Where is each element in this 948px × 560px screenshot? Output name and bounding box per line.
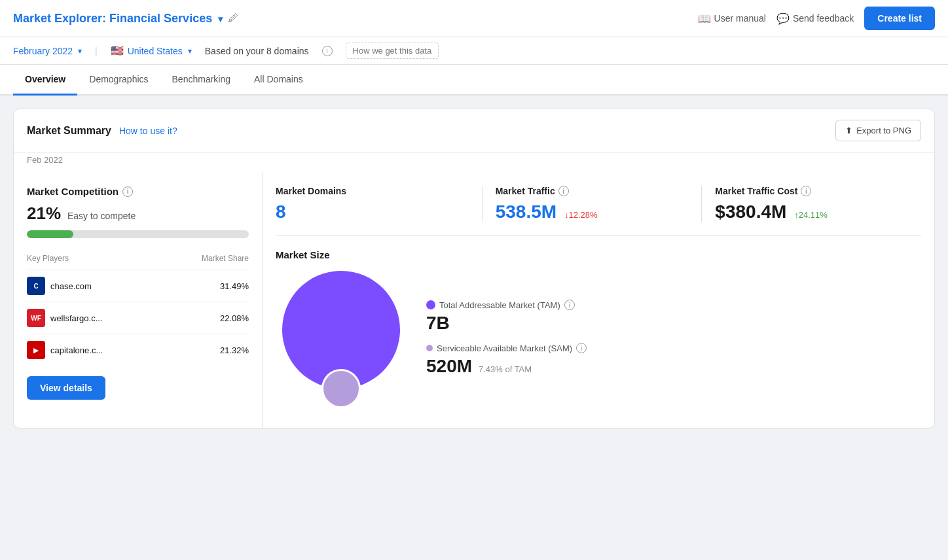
view-details-button[interactable]: View details (27, 376, 105, 400)
metric-market-traffic: Market Traffic i 538.5M ↓12.28% (483, 186, 702, 222)
tam-row: Total Addressable Market (TAM) i 7B (426, 300, 587, 334)
top-bar-right: 📖 User manual 💬 Send feedback Create lis… (698, 7, 935, 30)
export-label: Export to PNG (856, 126, 911, 135)
domains-label: Based on your 8 domains (205, 46, 309, 56)
tam-dot (426, 300, 435, 309)
sub-bar: February 2022 ▾ | 🇺🇸 United States ▾ Bas… (0, 37, 948, 65)
country-label: United States (128, 46, 183, 56)
title-dropdown-chevron[interactable]: ▾ (218, 14, 223, 24)
sam-value-row: 520M 7.43% of TAM (426, 356, 587, 377)
metric-traffic-value-row: 538.5M ↓12.28% (496, 201, 689, 222)
bubble-small (321, 369, 361, 408)
player-share: 31.49% (164, 270, 249, 302)
competition-percentage: 21% (27, 203, 61, 223)
book-icon: 📖 (698, 12, 711, 25)
market-size-section: Market Size Total Address (276, 249, 921, 415)
metrics-row: Market Domains 8 Market Traffic i 538.5M (276, 186, 921, 236)
card-header-left: Market Summary How to use it? (27, 125, 177, 137)
chat-icon: 💬 (776, 12, 790, 25)
player-logo: C (27, 277, 45, 295)
market-summary-title: Market Summary (27, 125, 111, 137)
country-flag: 🇺🇸 (111, 44, 124, 57)
sam-dot (426, 345, 433, 351)
bubble-chart (276, 271, 407, 415)
user-manual-link[interactable]: 📖 User manual (698, 12, 766, 25)
card-header: Market Summary How to use it? ⬆ Export t… (14, 109, 934, 152)
export-button[interactable]: ⬆ Export to PNG (835, 120, 921, 141)
how-to-use-link[interactable]: How to use it? (119, 126, 177, 136)
country-selector[interactable]: 🇺🇸 United States ▾ (111, 44, 192, 57)
main-content: Market Summary How to use it? ⬆ Export t… (0, 96, 948, 442)
tab-benchmarking[interactable]: Benchmarking (160, 65, 243, 96)
tam-label: Total Addressable Market (TAM) i (426, 300, 587, 310)
date-label: February 2022 (13, 46, 73, 56)
domains-info-icon[interactable]: i (322, 46, 333, 56)
date-selector[interactable]: February 2022 ▾ (13, 46, 82, 56)
col-key-players: Key Players (27, 251, 164, 270)
title-highlight: Financial Services (109, 12, 212, 25)
market-size-content: Total Addressable Market (TAM) i 7B Serv… (276, 271, 921, 415)
metric-domains-value: 8 (276, 201, 469, 222)
market-summary-card: Market Summary How to use it? ⬆ Export t… (13, 109, 935, 429)
sam-sub: 7.43% of TAM (479, 364, 532, 374)
progress-bar-fill (27, 230, 73, 238)
player-name-cell: ▶ capitalone.c... (27, 334, 164, 366)
country-chevron: ▾ (188, 46, 192, 56)
send-feedback-link[interactable]: 💬 Send feedback (776, 12, 854, 25)
sam-info-icon[interactable]: i (576, 343, 587, 353)
tab-all-domains[interactable]: All Domains (242, 65, 315, 96)
traffic-change: ↓12.28% (564, 210, 598, 220)
send-feedback-label: Send feedback (793, 13, 854, 24)
top-bar-left: Market Explorer: Financial Services ▾ 🖉 (13, 12, 238, 26)
player-share: 22.08% (164, 302, 249, 334)
player-logo: WF (27, 309, 45, 327)
user-manual-label: User manual (714, 13, 766, 24)
player-name: capitalone.c... (50, 345, 103, 355)
separator-1: | (95, 46, 98, 56)
metric-market-domains: Market Domains 8 (276, 186, 483, 222)
competition-progress-bar (27, 230, 249, 238)
table-row: WF wellsfargo.c... 22.08% (27, 302, 249, 334)
player-name: wellsfargo.c... (50, 313, 102, 323)
metric-cost-label: Market Traffic Cost i (715, 186, 908, 196)
table-row: ▶ capitalone.c... 21.32% (27, 334, 249, 366)
card-body: Market Competition i 21% Easy to compete… (14, 173, 934, 428)
cost-info-icon[interactable]: i (801, 186, 811, 196)
competition-info-icon[interactable]: i (122, 186, 133, 197)
right-panel: Market Domains 8 Market Traffic i 538.5M (263, 173, 934, 428)
market-competition-title-text: Market Competition (27, 186, 119, 197)
table-row: C chase.com 31.49% (27, 270, 249, 302)
competition-label: Easy to compete (67, 211, 136, 221)
metric-traffic-cost: Market Traffic Cost i $380.4M ↑24.11% (702, 186, 921, 222)
traffic-info-icon[interactable]: i (558, 186, 569, 196)
metric-traffic-label: Market Traffic i (496, 186, 689, 196)
competition-value-row: 21% Easy to compete (27, 203, 249, 224)
how-we-get-link[interactable]: How we get this data (346, 43, 439, 59)
card-date: Feb 2022 (14, 152, 934, 173)
page-title: Market Explorer: Financial Services ▾ (13, 12, 223, 26)
edit-icon[interactable]: 🖉 (228, 12, 238, 24)
create-list-button[interactable]: Create list (864, 7, 935, 30)
tab-overview[interactable]: Overview (13, 65, 77, 96)
tam-info-icon[interactable]: i (564, 300, 575, 310)
top-bar: Market Explorer: Financial Services ▾ 🖉 … (0, 0, 948, 37)
metric-cost-value-row: $380.4M ↑24.11% (715, 201, 908, 222)
cost-change: ↑24.11% (794, 210, 828, 220)
sam-label: Serviceable Available Market (SAM) i (426, 343, 587, 353)
export-icon: ⬆ (845, 126, 852, 135)
col-market-share: Market Share (164, 251, 249, 270)
left-panel: Market Competition i 21% Easy to compete… (14, 173, 263, 428)
player-name-cell: C chase.com (27, 270, 164, 302)
sam-value: 520M (426, 356, 472, 376)
player-name-cell: WF wellsfargo.c... (27, 302, 164, 334)
market-size-info: Total Addressable Market (TAM) i 7B Serv… (426, 300, 587, 386)
date-chevron: ▾ (78, 46, 82, 56)
market-size-title: Market Size (276, 249, 921, 260)
metric-domains-label: Market Domains (276, 186, 469, 196)
title-prefix: Market Explorer: (13, 12, 106, 25)
tab-demographics[interactable]: Demographics (77, 65, 160, 96)
tam-value: 7B (426, 313, 587, 334)
market-competition-header: Market Competition i (27, 186, 249, 197)
player-name: chase.com (50, 281, 92, 291)
player-share: 21.32% (164, 334, 249, 366)
